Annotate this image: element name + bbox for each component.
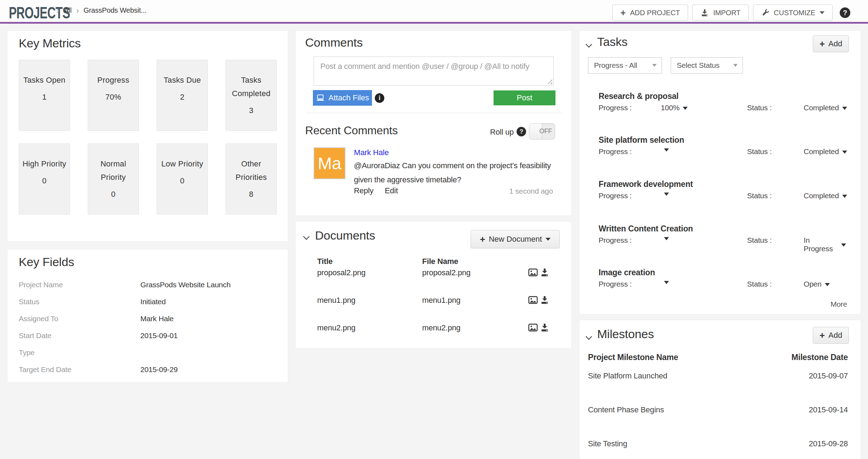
plus-icon: + [820, 40, 825, 47]
plus-icon: + [820, 332, 825, 339]
download-icon[interactable] [540, 323, 549, 334]
task-name[interactable]: Research & proposal [599, 92, 678, 101]
chevron-down-icon[interactable] [586, 41, 592, 47]
field-label: Project Name [19, 281, 140, 289]
rollup-toggle[interactable]: OFF [529, 123, 555, 140]
metric-value: 70% [91, 90, 135, 104]
monitor-icon [316, 94, 325, 101]
comments-title: Comments [305, 36, 363, 49]
status-filter-value: Select Status [677, 61, 720, 70]
task-progress-dropdown[interactable]: 100% [661, 104, 688, 112]
key-metrics-title: Key Metrics [19, 36, 81, 50]
milestone-row: Content Phase Begins 2015-09-14 [579, 405, 861, 416]
comment-author-link[interactable]: Mark Hale [354, 148, 389, 157]
info-icon[interactable]: i [375, 93, 384, 103]
breadcrumb-separator-icon: › [76, 7, 79, 14]
field-row-project-name: Project Name GrassPods Website Launch [19, 281, 277, 298]
resize-grip-icon[interactable] [547, 79, 552, 84]
field-value: 2015-09-29 [140, 365, 177, 374]
breadcrumb: › All › GrassPods Websit... [57, 6, 146, 14]
metric-other-priorities: Other Priorities 8 [226, 143, 277, 214]
chevron-down-icon [733, 64, 738, 67]
key-fields-title: Key Fields [19, 255, 74, 269]
task-status-value: Completed [804, 147, 839, 156]
task-progress-dropdown[interactable] [661, 236, 669, 240]
post-button[interactable]: Post [494, 90, 555, 105]
task-name[interactable]: Site platform selection [599, 135, 684, 145]
chevron-down-icon [683, 107, 688, 110]
field-value: GrassPods Website Launch [140, 281, 231, 289]
key-fields-list: Project Name GrassPods Website Launch St… [19, 281, 277, 382]
divider [305, 113, 562, 113]
field-value: Mark Hale [140, 314, 174, 323]
metric-normal-priority: Normal Priority 0 [88, 143, 139, 214]
milestone-name[interactable]: Site Platform Launched [588, 371, 667, 381]
progress-label: Progress : [599, 236, 632, 245]
breadcrumb-all[interactable]: All [64, 6, 72, 14]
chevron-down-icon [664, 193, 669, 196]
task-status-dropdown[interactable]: Open [804, 280, 830, 288]
add-task-button[interactable]: + Add [813, 35, 849, 52]
new-document-label: New Document [489, 235, 542, 244]
milestones-col-date: Milestone Date [791, 353, 848, 362]
milestones-col-name: Project Milestone Name [588, 353, 678, 362]
status-label: Status : [747, 147, 772, 156]
task-name[interactable]: Framework development [599, 180, 693, 189]
add-project-button[interactable]: + ADD PROJECT [612, 5, 688, 21]
chevron-down-icon [652, 64, 657, 67]
chevron-down-icon [842, 195, 847, 198]
customize-label: CUSTOMIZE [774, 9, 815, 17]
progress-label: Progress : [599, 147, 632, 156]
document-title[interactable]: proposal2.png [317, 268, 366, 277]
metric-label: Tasks Completed [229, 73, 273, 100]
customize-button[interactable]: CUSTOMIZE [753, 5, 833, 21]
image-preview-icon[interactable] [528, 324, 538, 334]
metric-value: 0 [91, 188, 135, 201]
task-name[interactable]: Written Content Creation [599, 224, 693, 234]
download-icon[interactable] [540, 268, 549, 279]
milestone-name[interactable]: Content Phase Begins [588, 405, 664, 414]
field-row-start-date: Start Date 2015-09-01 [19, 331, 277, 348]
task-status-dropdown[interactable]: Completed [804, 147, 847, 156]
field-label: Status [19, 298, 140, 306]
task-progress-dropdown[interactable] [661, 280, 669, 284]
image-preview-icon[interactable] [528, 269, 538, 278]
chevron-down-icon [820, 11, 825, 14]
add-milestone-button[interactable]: + Add [813, 327, 849, 344]
new-document-button[interactable]: + New Document [471, 230, 560, 248]
task-status-value: Completed [804, 192, 839, 200]
comments-card: Comments Post a comment and mention @use… [295, 30, 572, 216]
metric-high-priority: High Priority 0 [19, 143, 70, 214]
attach-files-button[interactable]: Attach Files [313, 90, 372, 106]
rollup-help-icon[interactable]: ? [517, 127, 526, 136]
more-tasks-link[interactable]: More [831, 300, 847, 308]
edit-link[interactable]: Edit [385, 186, 398, 195]
field-row-target-end-date: Target End Date 2015-09-29 [19, 365, 277, 382]
chevron-down-icon [842, 107, 847, 110]
help-icon[interactable]: ? [840, 7, 850, 18]
breadcrumb-project[interactable]: GrassPods Websit... [83, 6, 146, 14]
task-progress-dropdown[interactable] [661, 147, 669, 152]
document-title[interactable]: menu1.png [317, 296, 355, 305]
document-title[interactable]: menu2.png [317, 323, 355, 333]
image-preview-icon[interactable] [528, 296, 538, 306]
documents-col-filename: File Name [422, 257, 458, 266]
key-fields-card: Key Fields Project Name GrassPods Websit… [7, 249, 288, 383]
comment-timestamp: 1 second ago [509, 187, 553, 195]
import-button[interactable]: IMPORT [692, 5, 748, 21]
task-status-dropdown[interactable]: In Progress [804, 236, 846, 253]
milestone-name[interactable]: Site Testing [588, 439, 627, 448]
comment-input[interactable]: Post a comment and mention @user / @grou… [314, 57, 554, 86]
task-name[interactable]: Image creation [599, 268, 655, 277]
chevron-down-icon[interactable] [586, 333, 592, 340]
task-status-dropdown[interactable]: Completed [804, 104, 847, 112]
metric-tasks-completed: Tasks Completed 3 [226, 60, 277, 131]
status-filter-select[interactable]: Select Status [671, 57, 743, 73]
reply-link[interactable]: Reply [354, 186, 373, 195]
download-icon[interactable] [540, 296, 549, 306]
task-progress-dropdown[interactable] [661, 192, 669, 196]
progress-filter-select[interactable]: Progress - All [588, 57, 662, 73]
task-status-dropdown[interactable]: Completed [804, 192, 847, 200]
chevron-down-icon[interactable] [303, 233, 309, 240]
add-project-label: ADD PROJECT [630, 9, 680, 17]
